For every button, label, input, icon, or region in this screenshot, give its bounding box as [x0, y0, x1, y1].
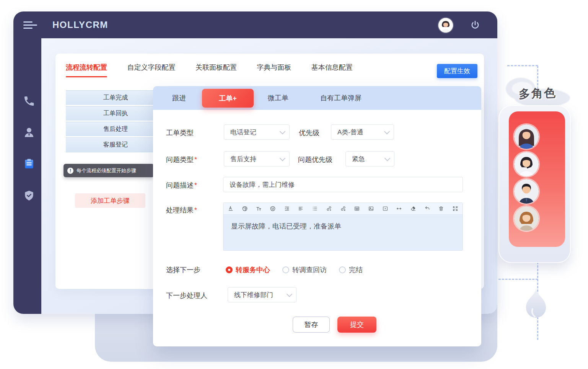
sidebar-item-security[interactable] — [23, 189, 35, 202]
issue-desc-value: 设备故障，需上门维修 — [230, 180, 295, 189]
radio-survey-callback[interactable]: 转调查回访 — [282, 265, 339, 274]
modal-tabbar: 跟进 工单+ 微工单 自有工单弹屏 — [153, 86, 481, 110]
radio-service-center[interactable]: 转服务中心 — [226, 265, 282, 274]
undo-icon[interactable] — [423, 204, 432, 213]
user-avatar[interactable] — [438, 18, 453, 33]
issue-desc-input[interactable]: 设备故障，需上门维修 — [223, 177, 463, 192]
tab-micro-workorder[interactable]: 微工单 — [268, 86, 288, 110]
tab-own-popup[interactable]: 自有工单弹屏 — [320, 86, 362, 110]
result-editor-content[interactable]: 显示屏故障，电话已受理，准备派单 — [223, 215, 463, 238]
tab-custom-fields[interactable]: 自定义字段配置 — [127, 63, 175, 72]
issue-priority-label: 问题优先级 — [298, 155, 332, 164]
submit-button[interactable]: 提交 — [337, 317, 376, 333]
save-draft-button[interactable]: 暂存 — [293, 317, 330, 333]
tab-followup[interactable]: 跟进 — [172, 86, 186, 110]
workflow-step-item[interactable]: 客服登记 — [66, 137, 165, 152]
video-icon[interactable] — [381, 204, 389, 213]
fullscreen-icon[interactable] — [451, 204, 459, 213]
chevron-down-icon — [280, 128, 286, 134]
chevron-down-icon — [384, 155, 391, 161]
align-left-icon[interactable] — [296, 204, 305, 213]
palette-icon[interactable] — [241, 204, 249, 213]
workflow-step-item[interactable]: 售后处理 — [66, 122, 165, 136]
app-header: HOLLYCRM — [13, 11, 497, 38]
avatar-male-manager[interactable] — [514, 179, 539, 204]
apply-config-button[interactable]: 配置生效 — [437, 64, 477, 78]
font-style-icon[interactable] — [226, 204, 235, 213]
priority-select[interactable]: A类-普通 — [331, 124, 394, 140]
result-editor[interactable]: 显示屏故障，电话已受理，准备派单 — [223, 202, 463, 251]
drop-shape — [525, 288, 547, 326]
issue-priority-value: 紧急 — [352, 155, 365, 163]
tab-workorder-plus[interactable]: 工单+ — [202, 89, 254, 108]
menu-toggle-icon[interactable] — [23, 21, 37, 30]
sidebar-item-contacts[interactable] — [23, 126, 35, 139]
dashed-line-horizontal-top — [507, 65, 538, 66]
tab-dictionary-panel[interactable]: 字典与面板 — [257, 63, 291, 72]
brand-logo: HOLLYCRM — [52, 20, 108, 30]
radio-unselected-icon — [339, 266, 346, 273]
roles-panel-card — [498, 105, 571, 263]
ticket-type-label: 工单类型 — [166, 128, 194, 137]
chevron-down-icon — [287, 291, 293, 297]
divider-icon[interactable] — [395, 204, 403, 213]
workflow-step-item[interactable]: 工单完成 — [66, 90, 165, 105]
workflow-step-item[interactable]: 工单回执 — [66, 106, 165, 121]
emoji-icon[interactable] — [269, 204, 277, 213]
workorder-modal: 跟进 工单+ 微工单 自有工单弹屏 工单类型 电话登记 优先级 A类-普通 问题… — [153, 86, 481, 346]
avatar-headset-agent[interactable] — [514, 152, 539, 176]
link-icon[interactable] — [325, 204, 333, 213]
delete-icon[interactable] — [437, 204, 445, 213]
issue-priority-select[interactable]: 紧急 — [345, 151, 394, 167]
priority-value: A类-普通 — [337, 128, 363, 137]
chevron-down-icon — [280, 155, 286, 161]
issue-desc-label: 问题描述* — [166, 181, 197, 190]
tab-linked-panels[interactable]: 关联面板配置 — [195, 63, 237, 72]
tab-process-flow[interactable]: 流程流转配置 — [66, 63, 107, 72]
tab-basic-info[interactable]: 基本信息配置 — [311, 63, 353, 72]
phone-icon — [23, 95, 35, 107]
image-icon[interactable] — [367, 204, 375, 213]
avatar-female-supervisor[interactable] — [514, 206, 539, 231]
ticket-type-select[interactable]: 电话登记 — [224, 124, 290, 140]
clipboard-icon — [23, 158, 35, 170]
result-label: 处理结果* — [166, 206, 197, 215]
workflow-step-list: 工单完成 工单回执 售后处理 客服登记 — [66, 90, 165, 153]
sidebar-item-calls[interactable] — [23, 95, 35, 107]
radio-label: 转服务中心 — [236, 265, 270, 274]
add-workorder-step-button[interactable]: 添加工单步骤 — [75, 193, 145, 208]
font-size-icon[interactable] — [254, 204, 263, 213]
sidebar-item-workorders[interactable] — [23, 158, 35, 170]
person-icon — [23, 126, 35, 139]
dashed-line-horizontal-bottom — [498, 279, 538, 280]
shield-check-icon — [23, 189, 35, 202]
avatar-image — [438, 18, 453, 33]
workflow-step-label: 售后处理 — [103, 125, 128, 133]
page: HOLLYCRM — [0, 0, 588, 369]
radio-unselected-icon — [282, 266, 289, 273]
bullet-list-icon[interactable] — [311, 204, 319, 213]
table-icon[interactable] — [353, 204, 361, 213]
issue-type-select[interactable]: 售后支持 — [224, 151, 290, 167]
next-handler-select[interactable]: 线下维修部门 — [228, 287, 296, 302]
indent-icon[interactable] — [283, 204, 291, 213]
exclamation-icon: ! — [67, 168, 73, 174]
radio-selected-icon — [226, 266, 233, 273]
issue-type-label: 问题类型* — [166, 155, 197, 164]
issue-type-value: 售后支持 — [230, 155, 256, 163]
next-step-options: 转服务中心 转调查回访 完结 — [226, 265, 375, 274]
workflow-step-label: 客服登记 — [103, 141, 128, 149]
ticket-type-value: 电话登记 — [230, 128, 256, 137]
required-step-tooltip: ! 每个流程必须配置开始步骤 — [64, 164, 154, 177]
editor-toolbar — [223, 203, 463, 215]
radio-label: 完结 — [349, 265, 363, 274]
next-handler-label: 下一步处理人 — [166, 291, 207, 300]
eraser-icon[interactable] — [409, 204, 417, 213]
logout-power-icon[interactable] — [470, 20, 480, 31]
radio-finish[interactable]: 完结 — [339, 265, 375, 274]
radio-label: 转调查回访 — [292, 265, 327, 274]
unlink-icon[interactable] — [339, 204, 347, 213]
next-handler-value: 线下维修部门 — [234, 291, 273, 299]
workflow-step-label: 工单回执 — [103, 109, 128, 118]
avatar-female-agent[interactable] — [514, 124, 539, 149]
